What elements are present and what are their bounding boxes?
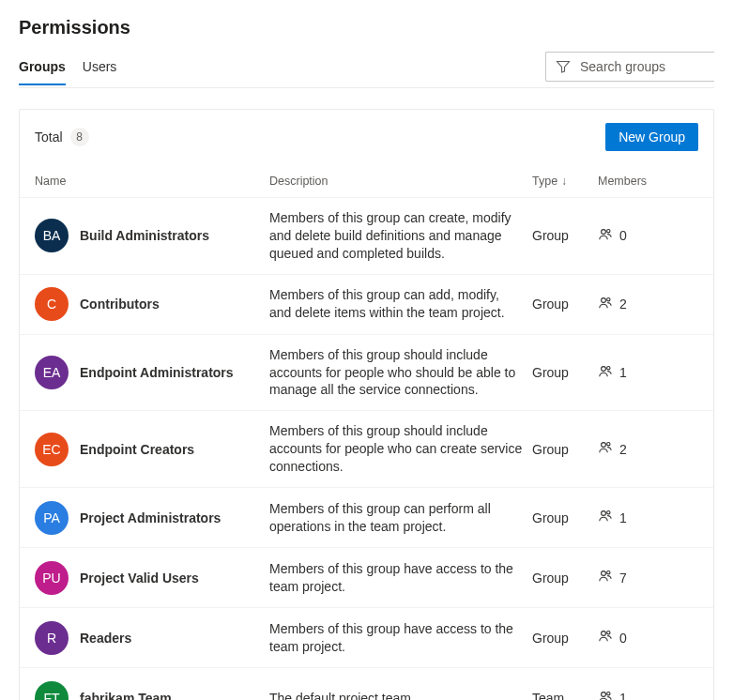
table-row[interactable]: EA Endpoint Administrators Members of th… (20, 335, 713, 412)
cell-members: 7 (598, 569, 701, 586)
svg-point-4 (602, 366, 606, 371)
groups-card: Total 8 New Group Name Description Type … (19, 109, 714, 700)
col-description[interactable]: Description (269, 175, 532, 188)
members-count: 1 (619, 691, 627, 700)
svg-point-1 (607, 229, 610, 232)
cell-description: Members of this group can add, modify, a… (269, 286, 532, 322)
members-count: 0 (619, 631, 627, 646)
tab-groups[interactable]: Groups (19, 53, 66, 85)
avatar: EA (35, 356, 69, 389)
svg-point-7 (607, 443, 610, 446)
cell-type: Group (532, 442, 598, 457)
cell-description: Members of this group have access to the… (269, 560, 532, 596)
table-row[interactable]: EC Endpoint Creators Members of this gro… (20, 411, 713, 488)
group-name: Build Administrators (80, 228, 209, 243)
members-icon (598, 509, 613, 526)
cell-type: Group (532, 297, 598, 312)
new-group-button[interactable]: New Group (605, 123, 698, 151)
total-label: Total (35, 129, 63, 145)
total-badge: 8 (70, 128, 89, 146)
topbar: Groups Users (19, 52, 714, 88)
tabs: Groups Users (19, 53, 116, 85)
filter-icon (556, 59, 571, 74)
avatar: PU (35, 561, 69, 595)
svg-point-15 (607, 692, 610, 694)
cell-description: Members of this group should include acc… (269, 346, 532, 400)
members-count: 7 (619, 571, 627, 586)
svg-point-3 (607, 297, 610, 300)
svg-point-0 (602, 229, 606, 234)
svg-point-8 (602, 511, 606, 516)
cell-description: The default project team. (269, 690, 532, 700)
group-name: Contributors (80, 297, 160, 312)
cell-type: Group (532, 228, 598, 243)
members-count: 1 (619, 510, 627, 525)
svg-point-9 (607, 511, 610, 514)
cell-type: Team (532, 691, 598, 700)
members-icon (598, 296, 613, 313)
cell-name: PA Project Administrators (35, 501, 269, 535)
table-row[interactable]: PU Project Valid Users Members of this g… (20, 548, 713, 608)
cell-type: Group (532, 510, 598, 525)
svg-point-14 (602, 692, 606, 696)
cell-members: 2 (598, 296, 701, 313)
cell-name: R Readers (35, 621, 269, 655)
cell-members: 1 (598, 364, 701, 382)
table-row[interactable]: C Contributors Members of this group can… (20, 275, 713, 335)
members-icon (598, 629, 613, 647)
svg-point-5 (607, 366, 610, 369)
cell-members: 1 (598, 690, 701, 700)
svg-point-6 (602, 443, 606, 448)
cell-description: Members of this group have access to the… (269, 620, 532, 656)
cell-description: Members of this group can create, modify… (269, 209, 532, 263)
svg-point-13 (607, 632, 610, 634)
group-name: Project Administrators (80, 510, 221, 525)
group-name: Endpoint Administrators (80, 365, 234, 380)
search-box[interactable] (545, 52, 714, 82)
members-icon (598, 690, 613, 700)
svg-point-10 (602, 571, 606, 576)
table-row[interactable]: R Readers Members of this group have acc… (20, 608, 713, 668)
cell-name: EA Endpoint Administrators (35, 356, 269, 389)
cell-type: Group (532, 631, 598, 646)
svg-point-11 (607, 571, 610, 574)
members-icon (598, 569, 613, 586)
cell-name: C Contributors (35, 287, 269, 321)
table-row[interactable]: PA Project Administrators Members of thi… (20, 488, 713, 548)
sort-down-icon: ↓ (561, 175, 567, 187)
table-row[interactable]: BA Build Administrators Members of this … (20, 198, 713, 275)
avatar: R (35, 621, 69, 655)
svg-point-2 (602, 297, 606, 302)
members-icon (598, 227, 613, 245)
avatar: PA (35, 501, 69, 535)
cell-members: 0 (598, 227, 701, 245)
avatar: EC (35, 433, 69, 466)
members-count: 2 (619, 442, 627, 457)
search-input[interactable] (578, 58, 700, 75)
group-name: Project Valid Users (80, 571, 199, 586)
group-rows: BA Build Administrators Members of this … (20, 198, 713, 700)
group-name: fabrikam Team (80, 691, 172, 700)
members-icon (598, 440, 613, 458)
list-header: Name Description Type ↓ Members (20, 164, 713, 198)
tab-users[interactable]: Users (83, 53, 117, 85)
total-count: Total 8 (35, 128, 89, 146)
cell-members: 0 (598, 629, 701, 647)
col-members[interactable]: Members (598, 175, 701, 188)
cell-name: PU Project Valid Users (35, 561, 269, 595)
members-count: 2 (619, 297, 627, 312)
avatar: BA (35, 219, 69, 252)
cell-members: 2 (598, 440, 701, 458)
cell-description: Members of this group should include acc… (269, 422, 532, 476)
table-row[interactable]: FT fabrikam Team The default project tea… (20, 668, 713, 700)
group-name: Endpoint Creators (80, 442, 194, 457)
page-title: Permissions (19, 17, 714, 38)
svg-point-12 (602, 632, 606, 636)
members-icon (598, 364, 613, 382)
cell-description: Members of this group can perform all op… (269, 500, 532, 536)
members-count: 1 (619, 365, 627, 380)
avatar: C (35, 287, 69, 321)
col-type[interactable]: Type ↓ (532, 175, 598, 188)
group-name: Readers (80, 631, 131, 646)
col-name[interactable]: Name (35, 175, 269, 188)
